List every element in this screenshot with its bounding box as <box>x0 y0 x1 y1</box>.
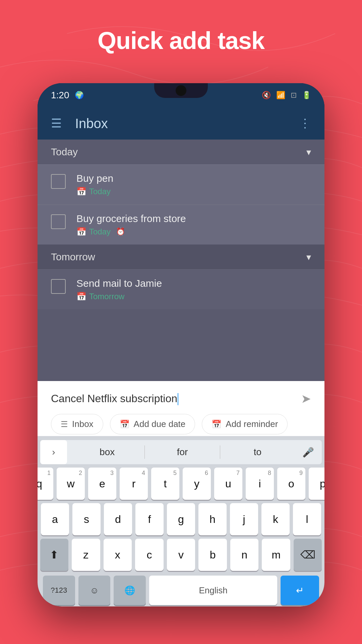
key-e[interactable]: e3 <box>88 468 116 500</box>
keyboard-bottom-row: ?123 ☺ 🌐 English ↵ <box>40 574 322 606</box>
key-h[interactable]: h <box>198 503 227 535</box>
key-f[interactable]: f <box>135 503 164 535</box>
key-s[interactable]: s <box>72 503 101 535</box>
phone-notch <box>154 83 208 98</box>
task-date-buy-pen: 📅 Today <box>76 187 311 196</box>
suggestion-box[interactable]: box <box>70 447 144 458</box>
task-item-send-mail: Send mail to Jamie 📅 Tomorrow <box>38 269 324 309</box>
key-m[interactable]: m <box>262 539 290 571</box>
chip-due-date-label: Add due date <box>134 419 186 429</box>
microphone-icon[interactable]: 🎤 <box>295 440 322 464</box>
key-o[interactable]: o9 <box>277 468 305 500</box>
key-n[interactable]: n <box>230 539 259 571</box>
task-content-send-mail: Send mail to Jamie 📅 Tomorrow <box>76 278 311 301</box>
suggestions-row: › box for to 🎤 <box>40 440 322 464</box>
chip-inbox-label: Inbox <box>72 419 94 429</box>
signal-icon: ⊡ <box>291 91 297 100</box>
key-y[interactable]: y6 <box>183 468 211 500</box>
key-v[interactable]: v <box>167 539 195 571</box>
calendar-icon-3: 📅 <box>76 292 86 301</box>
alarm-icon: ⏰ <box>116 227 125 236</box>
symbols-key[interactable]: ?123 <box>43 576 75 605</box>
task-title-send-mail: Send mail to Jamie <box>76 278 311 289</box>
inbox-chip-icon: ☰ <box>61 420 68 429</box>
chip-add-due-date[interactable]: 📅 Add due date <box>110 414 195 434</box>
section-today[interactable]: Today ▾ <box>38 140 324 164</box>
task-content-buy-pen: Buy pen 📅 Today <box>76 173 311 196</box>
quick-add-text: Cancel Netflix subscription <box>51 392 177 405</box>
task-title-buy-pen: Buy pen <box>76 173 311 184</box>
suggestion-for[interactable]: for <box>145 447 220 458</box>
app-bar-title: Inbox <box>75 116 299 131</box>
send-icon[interactable]: ➤ <box>301 392 311 406</box>
task-list: Today ▾ Buy pen 📅 Today Buy groceries fr… <box>38 140 324 381</box>
reminder-chip-icon: 📅 <box>212 420 222 429</box>
key-x[interactable]: x <box>104 539 132 571</box>
section-today-label: Today <box>51 146 306 158</box>
enter-key[interactable]: ↵ <box>281 576 319 605</box>
task-date-send-mail: 📅 Tomorrow <box>76 292 311 301</box>
section-tomorrow[interactable]: Tomorrow ▾ <box>38 245 324 269</box>
wifi-icon: 📶 <box>276 91 285 100</box>
key-z[interactable]: z <box>72 539 100 571</box>
text-cursor <box>178 393 178 405</box>
key-w[interactable]: w2 <box>57 468 85 500</box>
shift-key[interactable]: ⬆ <box>40 539 68 571</box>
task-item-buy-groceries: Buy groceries from store 📅 Today ⏰ <box>38 205 324 245</box>
key-q[interactable]: q1 <box>38 468 53 500</box>
task-title-buy-groceries: Buy groceries from store <box>76 213 311 224</box>
task-item-buy-pen: Buy pen 📅 Today <box>38 164 324 204</box>
key-r[interactable]: r4 <box>120 468 148 500</box>
quick-add-row: Cancel Netflix subscription ➤ <box>51 392 311 406</box>
globe-key[interactable]: 🌐 <box>114 576 146 605</box>
emoji-key[interactable]: ☺ <box>78 576 111 605</box>
chevron-down-icon-2: ▾ <box>306 252 311 263</box>
calendar-icon-2: 📅 <box>76 227 86 236</box>
page-title: Quick add task <box>0 27 362 54</box>
key-k[interactable]: k <box>261 503 290 535</box>
quick-add-panel: Cancel Netflix subscription ➤ ☰ Inbox 📅 … <box>38 381 324 442</box>
phone-shell: 1:20 🌍 🔇 📶 ⊡ 🔋 ☰ Inbox ⋮ Today ▾ Buy pen… <box>38 83 324 606</box>
battery-icon: 🔋 <box>302 91 311 100</box>
expand-suggestions-icon[interactable]: › <box>40 440 67 464</box>
task-checkbox-buy-pen[interactable] <box>51 174 66 189</box>
key-i[interactable]: i8 <box>246 468 274 500</box>
task-checkbox-send-mail[interactable] <box>51 279 66 294</box>
mute-icon: 🔇 <box>262 91 271 100</box>
key-b[interactable]: b <box>198 539 227 571</box>
quick-add-input[interactable]: Cancel Netflix subscription <box>51 392 301 406</box>
quick-add-chips: ☰ Inbox 📅 Add due date 📅 Add reminder <box>51 414 311 434</box>
keyboard: › box for to 🎤 q1 w2 e3 r4 t5 y6 u7 i8 o… <box>38 436 324 606</box>
section-tomorrow-label: Tomorrow <box>51 251 306 263</box>
chip-add-reminder[interactable]: 📅 Add reminder <box>202 414 288 434</box>
key-row-2: a s d f g h j k l <box>40 503 322 535</box>
key-j[interactable]: j <box>230 503 258 535</box>
key-t[interactable]: t5 <box>151 468 179 500</box>
key-row-3: ⬆ z x c v b n m ⌫ <box>40 539 322 571</box>
key-p[interactable]: p0 <box>309 468 324 500</box>
calendar-icon: 📅 <box>76 187 86 196</box>
key-l[interactable]: l <box>293 503 321 535</box>
space-key[interactable]: English <box>149 576 277 605</box>
key-g[interactable]: g <box>167 503 195 535</box>
more-options-icon[interactable]: ⋮ <box>299 116 311 130</box>
key-d[interactable]: d <box>104 503 132 535</box>
chevron-down-icon: ▾ <box>306 147 311 158</box>
task-content-buy-groceries: Buy groceries from store 📅 Today ⏰ <box>76 213 311 236</box>
task-checkbox-buy-groceries[interactable] <box>51 214 66 229</box>
app-bar: ☰ Inbox ⋮ <box>38 107 324 140</box>
key-u[interactable]: u7 <box>214 468 242 500</box>
status-icons: 🔇 📶 ⊡ 🔋 <box>262 91 311 100</box>
key-row-1: q1 w2 e3 r4 t5 y6 u7 i8 o9 p0 <box>40 468 322 500</box>
key-c[interactable]: c <box>135 539 164 571</box>
menu-icon[interactable]: ☰ <box>51 116 62 130</box>
due-date-chip-icon: 📅 <box>120 420 130 429</box>
chip-inbox[interactable]: ☰ Inbox <box>51 414 103 434</box>
key-a[interactable]: a <box>41 503 69 535</box>
task-date-buy-groceries: 📅 Today ⏰ <box>76 227 311 236</box>
suggestion-to[interactable]: to <box>220 447 295 458</box>
chip-reminder-label: Add reminder <box>226 419 278 429</box>
delete-key[interactable]: ⌫ <box>294 539 322 571</box>
camera <box>176 85 186 96</box>
status-world-icon: 🌍 <box>75 91 84 100</box>
